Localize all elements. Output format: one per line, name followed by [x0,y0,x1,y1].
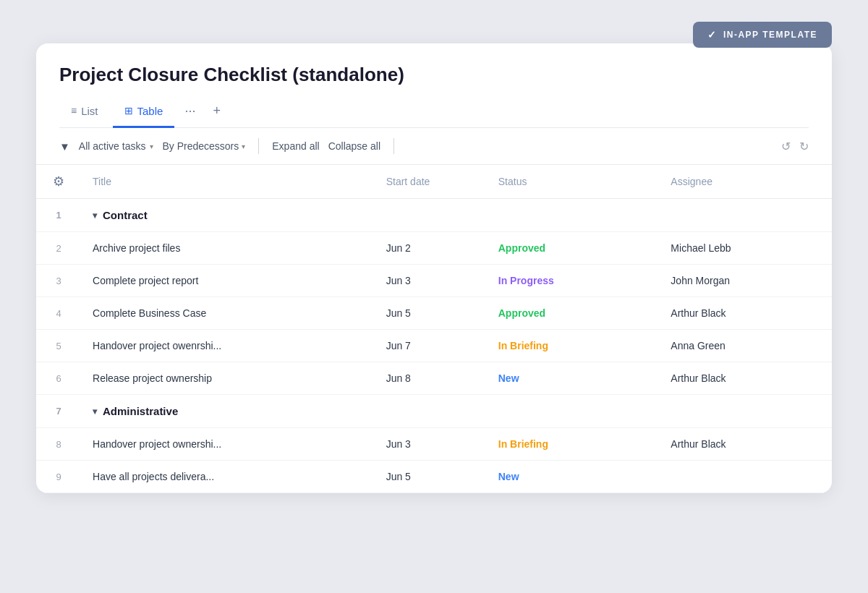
in-app-template-badge: ✓ IN-APP TEMPLATE [693,22,832,48]
filter-label: All active tasks [79,140,146,152]
task-start-date: Jun 5 [375,461,487,493]
group-title: ▾ Contract [81,199,832,232]
row-number: 9 [36,461,81,493]
assignee-column-header: Assignee [659,165,832,199]
task-title: Handover project owenrshi... [81,330,375,362]
status-column-header: Status [487,165,660,199]
task-title: Handover project ownershi... [81,428,375,461]
task-status: In Progress [487,265,660,297]
table-row[interactable]: 9 Have all projects delivera... Jun 5 Ne… [36,461,832,493]
task-assignee: Arthur Black [659,362,832,395]
row-number: 1 [36,199,81,232]
filter-icon: ▼ [59,140,70,153]
table-row[interactable]: 6 Release project ownership Jun 8 New Ar… [36,362,832,395]
sort-label: By Predecessors [162,140,239,152]
table-row[interactable]: 7 ▾ Administrative [36,395,832,428]
check-icon: ✓ [707,29,718,40]
group-name: Contract [103,209,148,221]
task-assignee: Arthur Black [659,297,832,330]
table-container: ⚙ Title Start date Status Assignee 1 ▾ C… [36,165,832,493]
title-column-header: Title [81,165,375,199]
status-badge: In Briefing [498,438,548,450]
sort-chevron-icon: ▾ [242,142,245,150]
task-status: In Briefing [487,330,660,362]
task-status: Approved [487,232,660,265]
tab-list[interactable]: ≡ List [59,99,110,128]
start-date-column-header: Start date [375,165,487,199]
row-number: 3 [36,265,81,297]
task-title: Complete project report [81,265,375,297]
list-icon: ≡ [71,105,77,116]
status-badge: Approved [498,242,545,254]
task-start-date: Jun 8 [375,362,487,395]
task-assignee [659,461,832,493]
table-row[interactable]: 4 Complete Business Case Jun 5 Approved … [36,297,832,330]
toolbar: ▼ All active tasks ▾ By Predecessors ▾ E… [36,128,832,165]
task-status: In Briefing [487,428,660,461]
redo-button[interactable]: ↻ [799,140,809,153]
group-title: ▾ Administrative [81,395,832,428]
row-number: 7 [36,395,81,428]
table-row[interactable]: 2 Archive project files Jun 2 Approved M… [36,232,832,265]
divider-2 [393,138,394,154]
task-title: Complete Business Case [81,297,375,330]
group-name: Administrative [103,405,178,417]
task-start-date: Jun 2 [375,232,487,265]
row-number: 6 [36,362,81,395]
main-card: Project Closure Checklist (standalone) ≡… [36,43,832,493]
task-start-date: Jun 5 [375,297,487,330]
expand-all-button[interactable]: Expand all [272,140,319,152]
table-row[interactable]: 8 Handover project ownershi... Jun 3 In … [36,428,832,461]
settings-column-header[interactable]: ⚙ [36,165,81,199]
task-assignee: Arthur Black [659,428,832,461]
status-badge: In Progress [498,275,554,286]
badge-label: IN-APP TEMPLATE [723,30,817,40]
task-assignee: Michael Lebb [659,232,832,265]
task-status: New [487,362,660,395]
task-status: Approved [487,297,660,330]
row-number: 2 [36,232,81,265]
project-title: Project Closure Checklist (standalone) [59,64,809,86]
task-start-date: Jun 3 [375,265,487,297]
task-assignee: John Morgan [659,265,832,297]
table-row[interactable]: 3 Complete project report Jun 3 In Progr… [36,265,832,297]
tab-list-label: List [81,105,98,117]
task-status: New [487,461,660,493]
tasks-table: ⚙ Title Start date Status Assignee 1 ▾ C… [36,165,832,493]
row-number: 8 [36,428,81,461]
task-title: Archive project files [81,232,375,265]
tab-add-button[interactable]: + [205,98,228,127]
collapse-all-button[interactable]: Collapse all [328,140,380,152]
status-badge: In Briefing [498,340,548,351]
tab-table-label: Table [137,105,163,117]
filter-all-active-tasks[interactable]: All active tasks ▾ [79,140,154,152]
status-badge: New [498,471,519,482]
tab-more-button[interactable]: ··· [177,98,203,127]
divider-1 [258,138,259,154]
table-row[interactable]: 1 ▾ Contract [36,199,832,232]
status-badge: New [498,372,519,384]
tabs-bar: ≡ List ⊞ Table ··· + [59,98,809,128]
row-number: 4 [36,297,81,330]
task-assignee: Anna Green [659,330,832,362]
collapse-group-icon[interactable]: ▾ [93,210,97,221]
filter-chevron-icon: ▾ [150,142,153,150]
table-row[interactable]: 5 Handover project owenrshi... Jun 7 In … [36,330,832,362]
task-title: Release project ownership [81,362,375,395]
card-header: Project Closure Checklist (standalone) ≡… [36,43,832,128]
table-icon: ⊞ [124,105,133,116]
collapse-group-icon[interactable]: ▾ [93,406,97,417]
table-header-row: ⚙ Title Start date Status Assignee [36,165,832,199]
status-badge: Approved [498,307,545,319]
task-title: Have all projects delivera... [81,461,375,493]
tab-table[interactable]: ⊞ Table [113,99,175,128]
row-number: 5 [36,330,81,362]
task-start-date: Jun 7 [375,330,487,362]
undo-button[interactable]: ↺ [781,140,791,153]
undo-redo-group: ↺ ↻ [781,140,809,153]
task-start-date: Jun 3 [375,428,487,461]
app-container: ✓ IN-APP TEMPLATE Project Closure Checkl… [36,29,832,493]
gear-icon: ⚙ [53,174,64,189]
sort-by-predecessors[interactable]: By Predecessors ▾ [162,140,245,152]
